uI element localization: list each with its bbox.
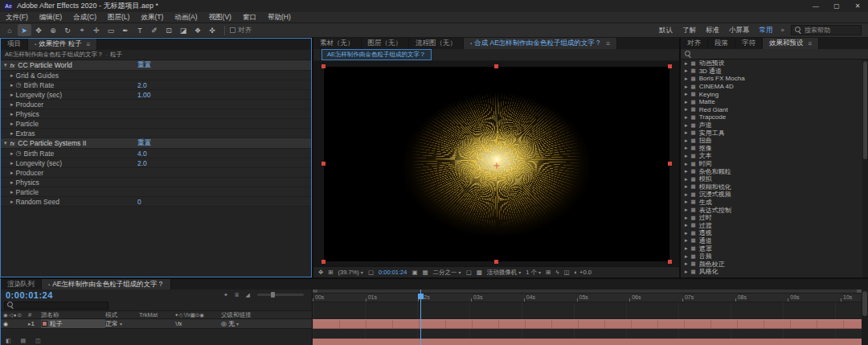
chevron-right-icon[interactable]: ▸ bbox=[685, 269, 688, 275]
work-area-bar[interactable] bbox=[313, 339, 862, 345]
menu-item-1[interactable]: 文件(F) bbox=[0, 12, 34, 23]
transform-handle[interactable] bbox=[668, 162, 672, 166]
stopwatch-icon[interactable]: ◷ bbox=[16, 81, 22, 88]
chevron-right-icon[interactable]: ▸ bbox=[685, 183, 688, 190]
chevron-right-icon[interactable]: ▸ bbox=[685, 153, 688, 159]
param-row[interactable]: ▸Longevity (sec)1.00 bbox=[1, 90, 311, 100]
chevron-right-icon[interactable]: ▸ bbox=[685, 122, 688, 129]
panel-menu-icon[interactable]: ≡ bbox=[606, 39, 610, 47]
anchor-point-icon[interactable] bbox=[493, 162, 499, 168]
reset-link[interactable]: 重置 bbox=[137, 60, 151, 70]
chevron-right-icon[interactable]: ▸ bbox=[10, 72, 14, 79]
playhead[interactable] bbox=[420, 290, 421, 345]
timeline-track-area[interactable]: 00s01s02s03s04s05s06s07s08s09s10s bbox=[313, 290, 868, 345]
chevron-right-icon[interactable]: ▸ bbox=[685, 199, 688, 205]
roi-icon[interactable]: ▢ bbox=[466, 269, 472, 276]
zoom-tool[interactable]: ⊕ bbox=[47, 24, 60, 36]
panel-menu-icon[interactable]: ≡ bbox=[809, 39, 813, 47]
maximize-button[interactable]: ▢ bbox=[826, 0, 847, 12]
chevron-right-icon[interactable]: ▸ bbox=[685, 114, 688, 121]
menu-item-9[interactable]: 帮助(H) bbox=[262, 12, 297, 23]
param-row[interactable]: ▸Producer bbox=[1, 100, 311, 109]
composition-viewer[interactable] bbox=[313, 61, 679, 266]
grid-options-icon[interactable]: ⊞ bbox=[328, 269, 333, 276]
chevron-right-icon[interactable]: ▸ bbox=[685, 230, 688, 236]
workspace-常用[interactable]: 常用 bbox=[755, 26, 778, 35]
snap-checkbox[interactable] bbox=[230, 27, 235, 33]
eraser-tool[interactable]: ◪ bbox=[177, 24, 190, 36]
menu-item-2[interactable]: 编辑(E) bbox=[34, 12, 68, 23]
chevron-right-icon[interactable]: ▸ bbox=[10, 179, 14, 186]
chevron-right-icon[interactable]: ▸ bbox=[685, 91, 688, 97]
chevron-right-icon[interactable]: ▸ bbox=[10, 130, 14, 137]
transform-handle[interactable] bbox=[668, 260, 672, 264]
timeline-zoom-slider[interactable] bbox=[257, 294, 304, 296]
effect-header[interactable]: ▾fxCC Particle Systems II重置 bbox=[1, 138, 311, 149]
resolution-select[interactable]: 二分之一 ▾ bbox=[433, 269, 461, 277]
param-value[interactable]: 2.0 bbox=[137, 159, 147, 167]
layer-name[interactable]: 粒子 bbox=[50, 319, 63, 328]
effect-header[interactable]: ▾fxCC Particle World重置 bbox=[1, 60, 311, 71]
param-value[interactable]: 1.00 bbox=[137, 91, 151, 99]
column-source-name[interactable]: 源名称 bbox=[41, 311, 105, 319]
scrollbar-thumb[interactable] bbox=[862, 291, 867, 316]
chevron-right-icon[interactable]: ▸ bbox=[685, 168, 688, 175]
chevron-right-icon[interactable]: ▸ bbox=[685, 129, 688, 136]
minimize-button[interactable]: — bbox=[805, 0, 826, 12]
panel-menu-icon[interactable]: ≡ bbox=[87, 40, 91, 48]
puppet-pin-tool[interactable]: ✜ bbox=[206, 24, 219, 36]
blend-mode-select[interactable]: 正常 ▾ bbox=[105, 319, 139, 328]
chevron-right-icon[interactable]: ▸ bbox=[10, 170, 14, 176]
home-tool[interactable]: ⌂ bbox=[3, 24, 17, 36]
param-row[interactable]: ▸Particle bbox=[1, 187, 311, 197]
chevron-right-icon[interactable]: ▸ bbox=[10, 189, 14, 195]
shape-tool[interactable]: ▭ bbox=[104, 24, 118, 36]
selection-tool[interactable]: ➤ bbox=[18, 24, 31, 36]
chevron-right-icon[interactable]: ▸ bbox=[10, 121, 14, 127]
show-channel-icon[interactable]: ▦ bbox=[423, 269, 428, 276]
hand-icon[interactable]: ✥ bbox=[318, 269, 323, 276]
chevron-right-icon[interactable]: ▸ bbox=[685, 176, 688, 183]
chevron-right-icon[interactable]: ▸ bbox=[10, 199, 14, 205]
column-index[interactable]: # bbox=[28, 311, 41, 318]
preset-category[interactable]: ▸▦Boris FX Mocha bbox=[681, 75, 868, 83]
camera-tool[interactable]: ⌖ bbox=[76, 24, 89, 36]
chevron-right-icon[interactable]: ▸ bbox=[685, 60, 688, 67]
time-ruler[interactable]: 00s01s02s03s04s05s06s07s08s09s10s bbox=[313, 294, 862, 302]
snapshot-icon[interactable]: ▣ bbox=[411, 269, 417, 276]
workspace-overflow-icon[interactable]: » bbox=[778, 27, 788, 34]
presets-search-input[interactable] bbox=[694, 51, 746, 58]
pen-tool[interactable]: ✒ bbox=[119, 24, 133, 36]
chevron-right-icon[interactable]: ▸ bbox=[685, 237, 688, 244]
scrollbar[interactable] bbox=[862, 60, 868, 277]
timeline-search[interactable] bbox=[4, 302, 108, 310]
timeline-option-icons[interactable]: ✦ ≣ ◢ bbox=[223, 292, 252, 298]
preset-category[interactable]: ▸▦Red Giant bbox=[681, 106, 868, 114]
param-value[interactable]: 4.0 bbox=[137, 150, 147, 158]
comp-tab-2[interactable]: 图层（无） bbox=[362, 38, 410, 49]
pickwhip-icon[interactable]: ◎ bbox=[221, 320, 227, 327]
comp-tab-1[interactable]: 素材（无） bbox=[313, 38, 362, 49]
param-row[interactable]: ▸Longevity (sec)2.0 bbox=[1, 158, 311, 168]
exposure-control[interactable]: ◐ +0.0 bbox=[574, 269, 591, 276]
param-row[interactable]: ▸◷Birth Rate4.0 bbox=[1, 149, 311, 158]
preset-category[interactable]: ▸▦Keying bbox=[681, 90, 868, 98]
param-row[interactable]: ▸Physics bbox=[1, 109, 311, 119]
fast-preview-icon[interactable]: ϟ bbox=[555, 269, 559, 276]
tab-render-queue[interactable]: 渲染队列 bbox=[1, 279, 42, 290]
pixel-aspect-icon[interactable]: ⊞ bbox=[546, 269, 551, 276]
chevron-right-icon[interactable]: ▸ bbox=[685, 76, 688, 82]
column-trkmat[interactable]: TrkMat bbox=[139, 311, 174, 318]
timeline-search-input[interactable] bbox=[17, 302, 97, 309]
chevron-right-icon[interactable]: ▸ bbox=[685, 106, 688, 113]
transform-handle[interactable] bbox=[494, 64, 498, 68]
menu-item-8[interactable]: 窗口 bbox=[237, 12, 262, 23]
transform-handle[interactable] bbox=[321, 162, 326, 166]
presets-search[interactable] bbox=[681, 49, 868, 60]
menu-item-7[interactable]: 视图(V) bbox=[203, 12, 237, 23]
param-row[interactable]: ▸Extras bbox=[1, 129, 311, 138]
chevron-right-icon[interactable]: ▸ bbox=[685, 99, 688, 105]
tab-project[interactable]: 项目 bbox=[1, 39, 28, 50]
param-row[interactable]: ▸Random Seed0 bbox=[1, 197, 311, 207]
layer-row[interactable]: ◉ ▸ 1 粒子 正常 ▾ ∖fx bbox=[1, 319, 312, 329]
